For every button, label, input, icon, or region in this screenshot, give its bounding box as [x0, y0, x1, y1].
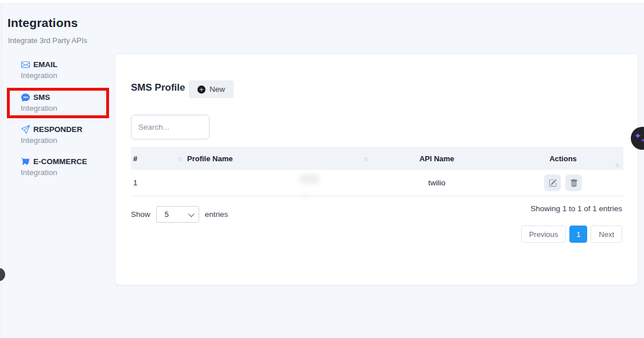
sort-icon[interactable] — [178, 155, 185, 162]
sms-chat-icon: SMS — [21, 92, 30, 102]
pagination: Previous 1 Next — [521, 226, 622, 243]
pencil-square-icon — [549, 179, 557, 187]
column-label: API Name — [420, 154, 455, 163]
sidebar-item-sublabel: Integration — [21, 104, 111, 112]
column-label: # — [133, 154, 137, 163]
sidebar-item-label: RESPONDER — [33, 125, 83, 134]
page-length-value: 5 — [165, 210, 169, 219]
panel-title: SMS Profile — [131, 82, 185, 94]
row-api-name-cell: twilio — [371, 178, 503, 187]
paper-plane-icon — [21, 125, 30, 134]
table-header-row: # Profile Name API Name Actions — [131, 147, 623, 170]
row-index-cell: 1 — [131, 178, 185, 187]
sparkle-icon: ✦ — [641, 138, 644, 143]
column-header-index[interactable]: # — [131, 154, 185, 163]
sidebar-item-responder[interactable]: RESPONDER Integration — [8, 125, 111, 145]
sms-profile-table: # Profile Name API Name Actions 1 twilio — [131, 147, 623, 196]
sort-icon[interactable] — [615, 161, 622, 168]
envelope-icon — [21, 60, 30, 69]
sort-icon[interactable] — [363, 155, 371, 162]
show-label: Show — [131, 210, 150, 219]
sidebar-item-email[interactable]: EMAIL Integration — [8, 60, 111, 80]
table-row: 1 twilio — [131, 170, 623, 196]
entries-summary: Showing 1 to 1 of 1 entries — [530, 204, 622, 213]
svg-text:SMS: SMS — [23, 96, 28, 99]
sidebar-item-ecommerce[interactable]: E-COMMERCE Integration — [8, 157, 111, 177]
top-border-strip — [0, 0, 644, 4]
page-length-select[interactable]: 5 — [156, 206, 199, 223]
redacted-smudge — [299, 195, 309, 197]
column-label: Profile Name — [187, 154, 232, 163]
redacted-profile-name — [300, 174, 319, 184]
chevron-down-icon — [188, 210, 195, 216]
next-page-button[interactable]: Next — [591, 226, 622, 243]
sidebar-item-label: EMAIL — [33, 60, 57, 69]
new-button-label: New — [210, 85, 225, 94]
column-header-profile-name[interactable]: Profile Name — [185, 154, 371, 163]
sidebar-item-label: SMS — [33, 93, 50, 102]
sidebar-item-sublabel: Integration — [21, 71, 111, 80]
page-length-control: Show 5 entries — [131, 206, 228, 223]
edit-button[interactable] — [544, 174, 561, 191]
sidebar-item-sublabel: Integration — [21, 168, 111, 177]
new-profile-button[interactable]: New — [189, 80, 234, 98]
delete-button[interactable] — [565, 174, 582, 191]
sms-profile-panel: SMS Profile New # Profile Name API Name … — [115, 53, 638, 285]
sidebar-item-sublabel: Integration — [21, 136, 111, 145]
page-subtitle: Integrate 3rd Party APIs — [8, 36, 87, 45]
row-actions-cell — [503, 174, 623, 191]
page-title: Integrations — [7, 16, 78, 30]
entries-label: entries — [205, 210, 228, 219]
previous-page-button[interactable]: Previous — [521, 226, 567, 243]
column-label: Actions — [549, 154, 577, 163]
search-input[interactable] — [131, 115, 210, 139]
shopping-cart-icon — [21, 157, 30, 166]
content-left-border — [1, 5, 2, 338]
column-header-actions[interactable]: Actions — [503, 154, 623, 163]
left-edge-button[interactable] — [0, 268, 5, 281]
sidebar-item-label: E-COMMERCE — [33, 157, 87, 166]
column-header-api-name[interactable]: API Name — [371, 154, 503, 163]
plus-circle-icon — [197, 86, 205, 94]
sidebar-item-sms[interactable]: SMS SMS Integration — [8, 92, 111, 112]
integrations-sidebar: EMAIL Integration SMS SMS Integration RE… — [8, 53, 115, 226]
current-page-button[interactable]: 1 — [569, 226, 587, 243]
trash-icon — [570, 179, 578, 187]
